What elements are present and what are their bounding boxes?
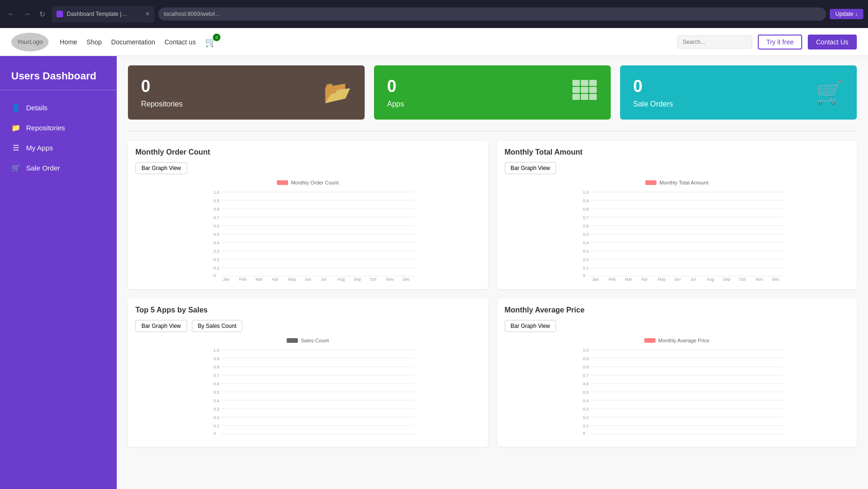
contact-us-button[interactable]: Contact Us <box>808 35 857 50</box>
svg-text:0.6: 0.6 <box>213 382 219 386</box>
nav-home[interactable]: Home <box>60 38 77 46</box>
apps-icon <box>572 79 598 106</box>
bar-graph-view-btn-1[interactable]: Bar Graph View <box>135 162 187 174</box>
sidebar-label-myapps: My Apps <box>26 144 53 152</box>
legend-label-order-count: Monthly Order Count <box>291 180 339 185</box>
sidebar-item-myapps[interactable]: ☰ My Apps <box>0 138 117 158</box>
divider <box>128 131 857 131</box>
svg-text:Nov: Nov <box>755 277 763 282</box>
chart-area-total-amount: 1.0 0.9 0.8 0.7 0.6 0.5 0.4 0.3 0.2 0.1 … <box>505 188 850 282</box>
chart-legend-total-amount: Monthly Total Amount <box>505 180 850 185</box>
svg-text:0.7: 0.7 <box>213 373 219 378</box>
svg-text:0.8: 0.8 <box>583 365 589 369</box>
svg-text:1.0: 1.0 <box>583 348 589 353</box>
svg-text:Sep: Sep <box>723 277 730 282</box>
svg-text:0.4: 0.4 <box>583 241 589 245</box>
sidebar-item-repositories[interactable]: 📁 Repositories <box>0 118 117 138</box>
svg-text:Jul: Jul <box>321 277 326 282</box>
svg-text:0.9: 0.9 <box>213 198 219 203</box>
svg-text:0: 0 <box>583 273 585 278</box>
apps-count: 0 <box>387 77 404 96</box>
stat-card-repos: 0 Repositories 📂 <box>128 65 365 120</box>
svg-text:0.1: 0.1 <box>583 266 589 270</box>
tab-close-button[interactable]: ✕ <box>145 11 150 17</box>
charts-row-2: Top 5 Apps by Sales Bar Graph View By Sa… <box>128 298 857 447</box>
chart-top5-apps: Top 5 Apps by Sales Bar Graph View By Sa… <box>128 298 488 447</box>
sidebar-label-saleorder: Sale Order <box>26 164 60 172</box>
repos-label: Repositories <box>141 100 183 108</box>
svg-rect-6 <box>572 94 580 100</box>
svg-text:1.0: 1.0 <box>583 190 589 195</box>
update-button[interactable]: Update ↓ <box>830 9 863 19</box>
chart-title-total-amount: Monthly Total Amount <box>505 148 850 156</box>
cart-icon[interactable]: 🛒 0 <box>205 36 217 48</box>
sidebar-label-details: Details <box>26 104 48 112</box>
stat-card-apps: 0 Apps <box>374 65 611 120</box>
svg-text:1.0: 1.0 <box>213 190 219 195</box>
svg-rect-5 <box>589 87 597 93</box>
svg-text:Sep: Sep <box>353 277 361 282</box>
bar-graph-view-btn-3[interactable]: Bar Graph View <box>135 320 187 332</box>
svg-rect-8 <box>589 94 597 100</box>
svg-text:0.8: 0.8 <box>213 365 219 369</box>
by-sales-count-btn[interactable]: By Sales Count <box>192 320 243 332</box>
svg-text:Aug: Aug <box>706 277 714 282</box>
sidebar-item-details[interactable]: 👤 Details <box>0 98 117 118</box>
svg-text:0.3: 0.3 <box>213 249 219 254</box>
sidebar-title: Users Dashboard <box>0 65 117 90</box>
sidebar-item-saleorder[interactable]: 🛒 Sale Order <box>0 158 117 178</box>
try-free-button[interactable]: Try it free <box>758 35 802 50</box>
legend-label-top5: Sales Count <box>301 338 329 343</box>
svg-text:Jun: Jun <box>304 277 311 282</box>
chart-area-top5: 1.0 0.9 0.8 0.7 0.6 0.5 0.4 0.3 0.2 0.1 … <box>135 346 480 439</box>
svg-text:Aug: Aug <box>337 277 345 282</box>
stat-card-orders: 0 Sale Orders 🛒 <box>620 65 857 120</box>
bar-graph-view-btn-2[interactable]: Bar Graph View <box>505 162 557 174</box>
svg-text:0.3: 0.3 <box>583 407 589 411</box>
svg-text:0.5: 0.5 <box>583 232 589 237</box>
browser-tab[interactable]: Dashboard Template | M... ✕ <box>52 6 155 22</box>
chart-monthly-order-count: Monthly Order Count Bar Graph View Month… <box>128 141 488 289</box>
sidebar: Users Dashboard 👤 Details 📁 Repositories… <box>0 56 117 489</box>
svg-text:0.4: 0.4 <box>583 398 589 403</box>
legend-color-total-amount <box>645 180 656 185</box>
stat-orders-info: 0 Sale Orders <box>633 77 673 108</box>
chart-controls-avg-price: Bar Graph View <box>505 320 850 332</box>
address-bar[interactable]: localhost:8069/web#... <box>158 7 826 21</box>
forward-button[interactable]: → <box>21 8 34 20</box>
repos-count: 0 <box>141 77 183 96</box>
chart-svg-total-amount: 1.0 0.9 0.8 0.7 0.6 0.5 0.4 0.3 0.2 0.1 … <box>505 188 850 282</box>
orders-icon: 🛒 <box>816 79 844 106</box>
chart-legend-avg-price: Monthly Average Price <box>505 338 850 343</box>
orders-label: Sale Orders <box>633 100 673 108</box>
svg-text:0.8: 0.8 <box>583 207 589 212</box>
bar-graph-view-btn-4[interactable]: Bar Graph View <box>505 320 557 332</box>
charts-row-1: Monthly Order Count Bar Graph View Month… <box>128 141 857 289</box>
nav-shop[interactable]: Shop <box>86 38 102 46</box>
svg-text:0.1: 0.1 <box>213 424 219 428</box>
back-button[interactable]: ← <box>5 8 18 20</box>
svg-text:0.2: 0.2 <box>213 415 219 420</box>
svg-text:Jan: Jan <box>592 277 599 282</box>
nav-contact[interactable]: Contact us <box>164 38 196 46</box>
svg-rect-2 <box>589 80 597 86</box>
svg-text:Nov: Nov <box>386 277 394 282</box>
svg-text:0.1: 0.1 <box>213 266 219 270</box>
search-input[interactable] <box>677 35 752 49</box>
svg-text:0.7: 0.7 <box>583 373 589 378</box>
legend-color-avg-price <box>644 338 656 343</box>
chart-title-top5: Top 5 Apps by Sales <box>135 306 480 314</box>
svg-rect-3 <box>572 87 580 93</box>
chart-svg-top5: 1.0 0.9 0.8 0.7 0.6 0.5 0.4 0.3 0.2 0.1 … <box>135 346 480 439</box>
svg-text:0.6: 0.6 <box>583 382 589 386</box>
svg-text:0.9: 0.9 <box>583 198 589 203</box>
nav-docs[interactable]: Documentation <box>111 38 155 46</box>
legend-color-order-count <box>277 180 288 185</box>
refresh-button[interactable]: ↻ <box>36 8 48 21</box>
svg-text:0: 0 <box>213 273 216 278</box>
svg-text:May: May <box>657 277 666 282</box>
chart-monthly-avg-price: Monthly Average Price Bar Graph View Mon… <box>497 298 857 447</box>
svg-text:0.5: 0.5 <box>583 390 589 395</box>
repositories-icon: 📁 <box>11 123 21 132</box>
chart-area-avg-price: 1.0 0.9 0.8 0.7 0.6 0.5 0.4 0.3 0.2 0.1 … <box>505 346 850 439</box>
